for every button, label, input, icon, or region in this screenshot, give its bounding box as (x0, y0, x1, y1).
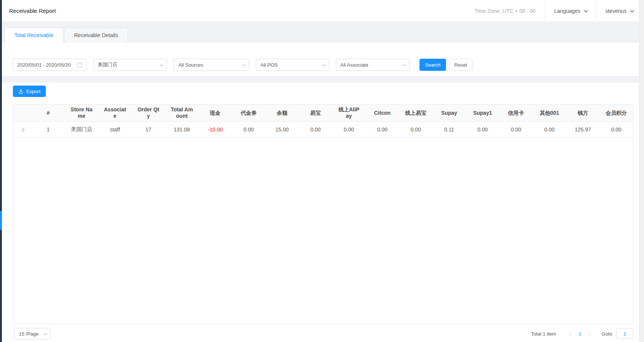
calendar-icon (77, 62, 82, 67)
cell-qianfang: 125.97 (566, 122, 599, 138)
date-range-picker[interactable] (12, 59, 87, 71)
column-header: Supay (432, 105, 466, 122)
page-title: Receivable Report (2, 8, 56, 14)
download-icon (18, 89, 23, 94)
table-footer: 15 /Page Total 1 item ‹ 1 › Goto (13, 328, 633, 339)
column-header: 易宝 (299, 105, 332, 122)
column-header: Store Name (65, 105, 98, 122)
tab-receivable-details[interactable]: Receivable Details (64, 28, 128, 43)
column-header: 现金 (198, 105, 232, 122)
cell-member-points: 0.00 (600, 122, 633, 138)
username-label: stevenus (605, 8, 627, 14)
total-items-label: Total 1 item (531, 331, 556, 337)
cell-citcon: 0.00 (366, 122, 399, 138)
column-header: 会员积分 (600, 105, 633, 122)
tab-bar: Total Receivable Receivable Details (2, 22, 639, 43)
chevron-down-icon (402, 62, 406, 66)
export-button[interactable]: Export (13, 86, 46, 97)
associate-select-value: All Associate (340, 62, 368, 68)
table-header-row: # Store Name Associate Order Qty Total A… (13, 105, 633, 122)
vertical-scrollbar[interactable] (639, 0, 644, 342)
column-header: 钱方 (566, 105, 599, 122)
cell-online-alipay: 0.00 (332, 122, 365, 138)
expand-row-cell (13, 122, 31, 138)
column-header: 代金券 (232, 105, 265, 122)
chevron-down-icon (322, 62, 326, 66)
column-header: Total Amount (165, 105, 198, 122)
report-panel: Export # Store Name Associate Order Qty (2, 83, 639, 342)
goto-page-input[interactable] (616, 328, 633, 339)
pagination: Total 1 item ‹ 1 › Goto (531, 328, 633, 339)
chevron-right-icon[interactable] (20, 128, 24, 132)
reset-button[interactable]: Reset (449, 59, 472, 71)
cell-balance: 15.00 (265, 122, 299, 138)
associate-select[interactable]: All Associate (336, 59, 410, 71)
column-header: 余额 (265, 105, 299, 122)
chevron-down-icon (630, 8, 634, 12)
pos-select[interactable]: All POS (256, 59, 329, 71)
chevron-down-icon (44, 331, 47, 335)
languages-label: Languages (554, 8, 580, 14)
column-header: 线上易宝 (399, 105, 432, 122)
cell-online-yibao: 0.00 (399, 122, 432, 138)
cell-total-amount: 131.08 (165, 122, 198, 138)
store-select-value: 美国门店 (98, 61, 117, 68)
cell-associate: staff (98, 122, 132, 138)
tab-total-receivable[interactable]: Total Receivable (5, 28, 63, 43)
cell-supay: 0.11 (432, 122, 466, 138)
date-range-input[interactable] (17, 62, 74, 68)
column-header: 信用卡 (499, 105, 533, 122)
user-menu[interactable]: stevenus (596, 0, 639, 22)
source-select-value: All Sources (178, 62, 203, 68)
chevron-down-icon (242, 62, 246, 66)
previous-page-icon[interactable]: ‹ (565, 331, 575, 337)
cell-credit-card: 0.00 (499, 122, 533, 138)
column-header: Associate (98, 105, 132, 122)
cell-voucher: 0.00 (232, 122, 265, 138)
column-header: 线上AliPay (332, 105, 365, 122)
receivable-table: # Store Name Associate Order Qty Total A… (13, 104, 633, 324)
cell-cash: -10.00 (198, 122, 232, 138)
column-header: 其他001 (533, 105, 566, 122)
column-header: # (31, 105, 65, 122)
chevron-down-icon (584, 8, 588, 12)
pos-select-value: All POS (260, 62, 278, 68)
cell-supay1: 0.00 (466, 122, 499, 138)
cell-other001: 0.00 (533, 122, 566, 138)
topbar: Receivable Report Time Zone: UTC + 08 : … (2, 0, 639, 22)
search-button[interactable]: Search (419, 59, 446, 71)
page-size-select[interactable]: 15 /Page (14, 328, 51, 339)
cell-yibao: 0.00 (299, 122, 332, 138)
expand-column-header (13, 105, 31, 122)
current-page[interactable]: 1 (575, 331, 585, 337)
column-header: Citcon (366, 105, 399, 122)
column-header: Order Qty (132, 105, 165, 122)
page-size-value: 15 /Page (19, 331, 39, 337)
collapsed-sidebar[interactable] (0, 0, 2, 342)
store-select[interactable]: 美国门店 (93, 59, 167, 71)
languages-menu[interactable]: Languages (545, 0, 596, 22)
cell-store-name: 美国门店 (65, 122, 98, 138)
chevron-down-icon (160, 62, 164, 66)
timezone-label: Time Zone: UTC + 08 : 00 (474, 8, 545, 14)
filter-bar: 美国门店 All Sources All POS All Associate S… (2, 43, 639, 76)
sidebar-active-item[interactable] (0, 211, 2, 230)
column-header: Supay1 (466, 105, 499, 122)
cell-order-qty: 17 (132, 122, 165, 138)
export-button-label: Export (26, 89, 41, 94)
next-page-icon[interactable]: › (585, 331, 595, 337)
cell-index: 1 (31, 122, 65, 138)
goto-label: Goto (602, 331, 612, 337)
page: Receivable Report Time Zone: UTC + 08 : … (2, 0, 639, 342)
table-row: 1 美国门店 staff 17 131.08 -10.00 0.00 15.00… (13, 122, 633, 138)
source-select[interactable]: All Sources (174, 59, 249, 71)
